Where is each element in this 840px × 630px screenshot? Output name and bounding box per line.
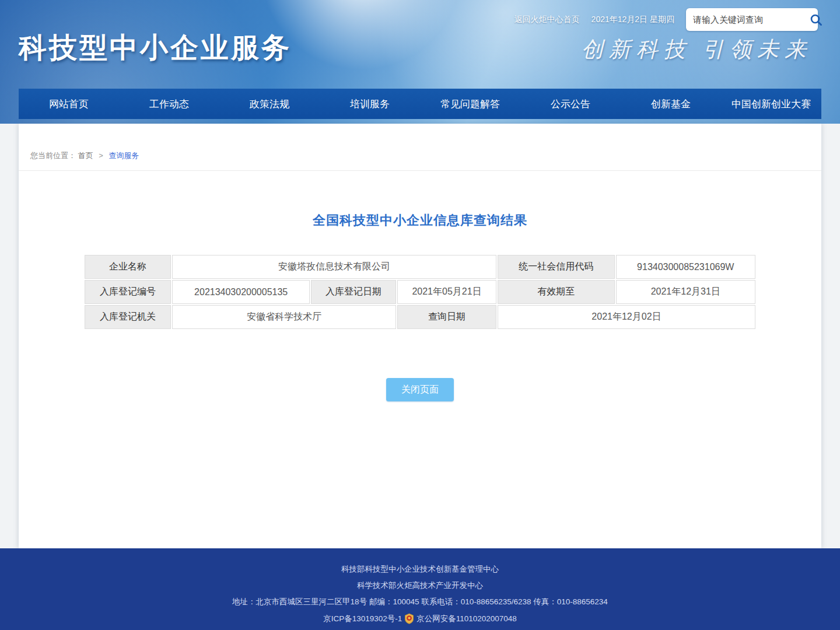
search-icon <box>809 13 823 27</box>
nav-item-4[interactable]: 培训服务 <box>320 89 420 119</box>
field-label: 查询日期 <box>397 305 496 329</box>
field-value: 2021年12月02日 <box>498 305 755 329</box>
field-label: 有效期至 <box>498 280 615 304</box>
field-value: 91340300085231069W <box>616 255 755 279</box>
nav-item-7[interactable]: 创新基金 <box>621 89 721 119</box>
field-label: 入库登记编号 <box>85 280 171 304</box>
field-value: 安徽塔孜信息技术有限公司 <box>172 255 496 279</box>
result-table: 企业名称安徽塔孜信息技术有限公司统一社会信用代码9134030008523106… <box>83 254 757 330</box>
nav-item-8[interactable]: 中国创新创业大赛 <box>721 89 821 119</box>
field-label: 入库登记机关 <box>85 305 171 329</box>
footer-org-line1: 科技部科技型中小企业技术创新基金管理中心 <box>0 564 840 575</box>
nav-item-2[interactable]: 工作动态 <box>119 89 219 119</box>
breadcrumb-separator: > <box>99 151 103 160</box>
police-badge-icon <box>404 613 414 624</box>
field-value: 202134030200005135 <box>172 280 310 304</box>
nav-item-3[interactable]: 政策法规 <box>219 89 320 119</box>
search-button[interactable] <box>809 11 823 29</box>
footer-icp-line: 京ICP备13019302号-1 京公网安备11010202007048 <box>0 613 840 624</box>
table-row: 企业名称安徽塔孜信息技术有限公司统一社会信用代码9134030008523106… <box>85 255 755 279</box>
field-value: 安徽省科学技术厅 <box>172 305 396 329</box>
footer-address-line: 地址：北京市西城区三里河二区甲18号 邮编：100045 联系电话：010-88… <box>0 597 840 607</box>
field-label: 企业名称 <box>85 255 171 279</box>
field-label: 统一社会信用代码 <box>498 255 615 279</box>
footer: 科技部科技型中小企业技术创新基金管理中心 科学技术部火炬高技术产业开发中心 地址… <box>0 548 840 630</box>
topbar: 返回火炬中心首页 2021年12月2日 星期四 <box>514 8 818 31</box>
breadcrumb-current-link[interactable]: 查询服务 <box>108 151 139 160</box>
header-slogan: 创新科技 引领未来 <box>582 35 812 64</box>
field-label: 入库登记日期 <box>311 280 396 304</box>
main-nav: 网站首页工作动态政策法规培训服务常见问题解答公示公告创新基金中国创新创业大赛 <box>19 89 821 119</box>
nav-item-6[interactable]: 公示公告 <box>520 89 621 119</box>
search-input[interactable] <box>693 15 809 24</box>
nav-item-5[interactable]: 常见问题解答 <box>420 89 520 119</box>
footer-org-line2: 科学技术部火炬高技术产业开发中心 <box>0 580 840 591</box>
field-value: 2021年12月31日 <box>616 280 755 304</box>
table-row: 入库登记编号202134030200005135入库登记日期2021年05月21… <box>85 280 755 304</box>
close-page-button[interactable]: 关闭页面 <box>386 378 454 401</box>
page-title: 全国科技型中小企业信息库查询结果 <box>19 212 821 229</box>
breadcrumb: 您当前位置： 首页 > 查询服务 <box>19 124 821 171</box>
header-banner: 科技型中小企业服务 创新科技 引领未来 返回火炬中心首页 2021年12月2日 … <box>0 0 840 124</box>
site-title: 科技型中小企业服务 <box>19 29 292 66</box>
icp-link[interactable]: 京ICP备13019302号-1 <box>323 614 402 624</box>
search-box <box>686 8 818 31</box>
police-record-link[interactable]: 京公网安备11010202007048 <box>416 614 517 624</box>
breadcrumb-home-link[interactable]: 首页 <box>78 151 93 160</box>
table-row: 入库登记机关安徽省科学技术厅查询日期2021年12月02日 <box>85 305 755 329</box>
nav-item-1[interactable]: 网站首页 <box>19 89 119 119</box>
result-table-body: 企业名称安徽塔孜信息技术有限公司统一社会信用代码9134030008523106… <box>85 255 755 329</box>
current-date: 2021年12月2日 星期四 <box>592 15 674 25</box>
content-panel: 您当前位置： 首页 > 查询服务 全国科技型中小企业信息库查询结果 企业名称安徽… <box>19 124 821 548</box>
field-value: 2021年05月21日 <box>397 280 496 304</box>
breadcrumb-prefix: 您当前位置： <box>30 151 76 160</box>
return-torch-home-link[interactable]: 返回火炬中心首页 <box>514 15 580 25</box>
